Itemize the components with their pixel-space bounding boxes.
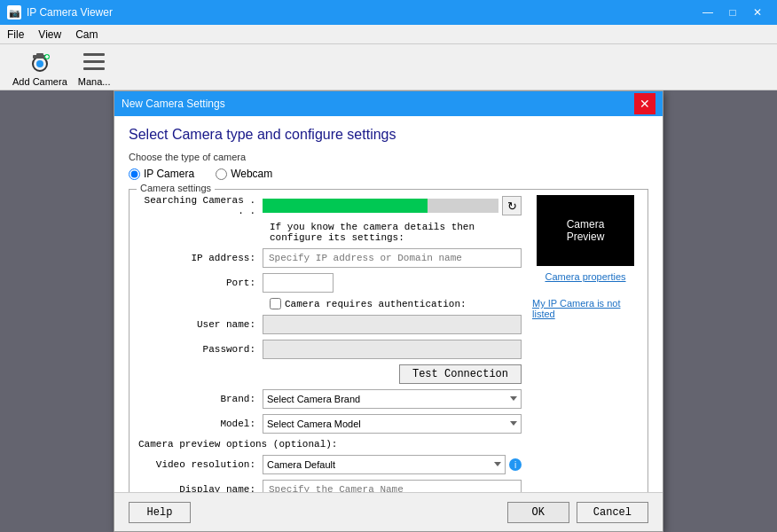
minimize-button[interactable]: — bbox=[695, 0, 720, 25]
auth-checkbox-row: Camera requires authentication: bbox=[270, 298, 522, 309]
camera-settings-legend: Camera settings bbox=[137, 183, 215, 193]
choose-type-label: Choose the type of camera bbox=[129, 152, 648, 162]
searching-label: Searching Cameras . . . bbox=[138, 195, 263, 216]
cancel-button[interactable]: Cancel bbox=[577, 502, 648, 523]
brand-row: Brand: Select Camera Brand bbox=[138, 389, 522, 409]
svg-rect-7 bbox=[83, 53, 105, 56]
settings-right-col: CameraPreview Camera properties My IP Ca… bbox=[532, 195, 639, 492]
dialog-close-button[interactable]: ✕ bbox=[634, 93, 655, 114]
test-btn-row: Test Connection bbox=[138, 364, 522, 384]
menu-view[interactable]: View bbox=[31, 27, 68, 43]
model-select[interactable]: Select Camera Model bbox=[263, 414, 522, 434]
svg-rect-8 bbox=[83, 60, 105, 63]
model-row: Model: Select Camera Model bbox=[138, 414, 522, 434]
new-camera-dialog: New Camera Settings ✕ Select Camera type… bbox=[114, 90, 663, 532]
info-text: If you know the camera details then conf… bbox=[270, 222, 522, 243]
search-bar-bg bbox=[263, 199, 498, 213]
add-camera-icon bbox=[26, 48, 54, 76]
dialog-footer: Help OK Cancel bbox=[114, 492, 663, 531]
radio-ip-input[interactable] bbox=[129, 168, 140, 180]
title-bar-controls: — □ ✕ bbox=[695, 0, 770, 25]
video-res-label: Video resolution: bbox=[138, 459, 263, 470]
search-bar-container: ↻ bbox=[263, 197, 522, 215]
radio-webcam-label: Webcam bbox=[231, 168, 272, 180]
test-connection-button[interactable]: Test Connection bbox=[399, 364, 522, 384]
manage-button[interactable]: Mana... bbox=[73, 44, 116, 90]
camera-preview-text: CameraPreview bbox=[567, 218, 605, 243]
video-res-select[interactable]: Camera Default bbox=[263, 455, 506, 474]
app-icon: 📷 bbox=[7, 5, 21, 20]
settings-two-col: Searching Cameras . . . ↻ If you know th… bbox=[138, 195, 639, 492]
dialog-content: Select Camera type and configure setting… bbox=[114, 116, 663, 492]
radio-webcam[interactable]: Webcam bbox=[216, 168, 272, 180]
help-button[interactable]: Help bbox=[129, 502, 191, 523]
camera-type-radio-group: IP Camera Webcam bbox=[129, 168, 648, 180]
maximize-button[interactable]: □ bbox=[720, 0, 745, 25]
search-refresh-button[interactable]: ↻ bbox=[502, 196, 522, 215]
dialog-title: New Camera Settings bbox=[122, 98, 634, 110]
app-title-bar: 📷 IP Camera Viewer — □ ✕ bbox=[0, 0, 777, 25]
app-window: 📷 IP Camera Viewer — □ ✕ File View Cam bbox=[0, 0, 777, 532]
camera-not-listed-link[interactable]: My IP Camera is not listed bbox=[532, 298, 639, 319]
add-camera-button[interactable]: Add Camera bbox=[7, 44, 73, 90]
auth-checkbox[interactable] bbox=[270, 298, 281, 309]
search-row: Searching Cameras . . . ↻ bbox=[138, 195, 522, 216]
video-res-info-icon[interactable]: i bbox=[509, 458, 522, 471]
dialog-title-bar: New Camera Settings ✕ bbox=[114, 91, 663, 116]
settings-left-col: Searching Cameras . . . ↻ If you know th… bbox=[138, 195, 522, 492]
brand-select[interactable]: Select Camera Brand bbox=[263, 389, 522, 409]
footer-left: Help bbox=[129, 502, 191, 523]
options-label: Camera preview options (optional): bbox=[138, 439, 522, 450]
search-bar-fill bbox=[263, 199, 428, 213]
manage-label: Mana... bbox=[78, 76, 111, 87]
password-row: Password: bbox=[138, 340, 522, 359]
camera-properties-link[interactable]: Camera properties bbox=[545, 271, 625, 282]
model-label: Model: bbox=[138, 419, 263, 429]
ip-address-input[interactable] bbox=[263, 248, 522, 268]
display-name-label: Display name: bbox=[138, 484, 263, 492]
ip-address-row: IP address: bbox=[138, 248, 522, 268]
username-row: User name: bbox=[138, 315, 522, 334]
dialog-main-title: Select Camera type and configure setting… bbox=[129, 127, 648, 143]
manage-icon bbox=[80, 48, 108, 76]
radio-webcam-input[interactable] bbox=[216, 168, 227, 180]
port-label: Port: bbox=[138, 278, 263, 288]
ip-address-label: IP address: bbox=[138, 253, 263, 263]
svg-rect-3 bbox=[36, 53, 43, 56]
svg-point-1 bbox=[36, 60, 43, 67]
toolbar: Add Camera Mana... bbox=[0, 44, 777, 90]
auth-checkbox-label: Camera requires authentication: bbox=[285, 299, 467, 309]
display-name-row: Display name: bbox=[138, 480, 522, 492]
ok-button[interactable]: OK bbox=[507, 502, 569, 523]
menu-cam[interactable]: Cam bbox=[68, 27, 105, 43]
port-row: Port: 80 bbox=[138, 273, 522, 293]
radio-ip-camera[interactable]: IP Camera bbox=[129, 168, 194, 180]
port-input[interactable]: 80 bbox=[263, 273, 334, 293]
display-name-input[interactable] bbox=[263, 480, 522, 492]
menu-file[interactable]: File bbox=[0, 27, 31, 43]
footer-right: OK Cancel bbox=[507, 502, 648, 523]
camera-preview: CameraPreview bbox=[537, 195, 634, 266]
main-area: New Camera Settings ✕ Select Camera type… bbox=[0, 90, 777, 532]
brand-label: Brand: bbox=[138, 394, 263, 404]
app-close-button[interactable]: ✕ bbox=[745, 0, 770, 25]
svg-rect-9 bbox=[83, 67, 105, 70]
username-label: User name: bbox=[138, 319, 263, 330]
radio-ip-label: IP Camera bbox=[144, 168, 194, 180]
camera-settings-fieldset: Camera settings Searching Cameras . . . bbox=[129, 189, 648, 492]
username-input[interactable] bbox=[263, 315, 522, 334]
menu-bar: File View Cam bbox=[0, 25, 777, 44]
app-title: IP Camera Viewer bbox=[27, 6, 695, 19]
password-input[interactable] bbox=[263, 340, 522, 359]
password-label: Password: bbox=[138, 344, 263, 355]
add-camera-label: Add Camera bbox=[12, 76, 67, 87]
video-res-row: Video resolution: Camera Default i bbox=[138, 455, 522, 474]
